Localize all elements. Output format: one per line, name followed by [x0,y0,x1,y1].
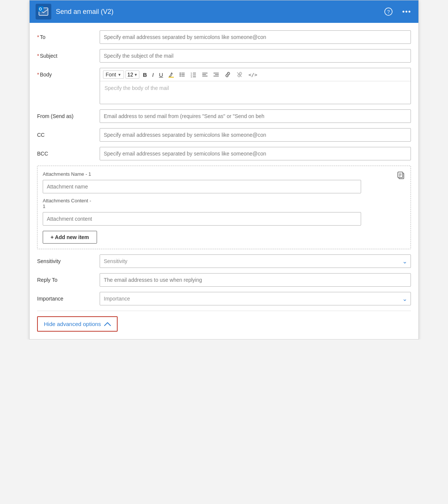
body-toolbar: Font ▼ 12 ▼ B I U [100,68,411,81]
body-content-area[interactable]: Specify the body of the mail [100,81,411,104]
importance-row: Importance Importance Normal Low High ⌄ [37,292,411,305]
underline-button[interactable]: U [157,71,165,79]
svg-text:?: ? [387,9,390,15]
email-card: O Send an email (V2) ? [29,0,419,339]
numbered-list-button[interactable]: 1.2.3. [189,71,199,78]
align-right-button[interactable] [211,71,221,78]
card-title: Send an email (V2) [56,8,378,16]
font-size-dropdown-icon: ▼ [134,73,138,77]
to-required-star: * [37,34,39,40]
add-item-label: + Add new item [51,234,89,240]
font-size-value: 12 [127,72,133,78]
highlight-button[interactable] [166,71,176,78]
form-body: *To *Subject *Body Font ▼ [30,23,418,339]
svg-point-7 [406,11,408,13]
subject-label: *Subject [37,49,95,59]
align-left-button[interactable] [200,71,210,78]
bcc-row: BCC [37,147,411,160]
body-row: *Body Font ▼ 12 ▼ B I U [37,68,411,104]
more-options-button[interactable] [400,6,412,18]
font-dropdown-icon: ▼ [118,73,121,77]
unlink-button[interactable] [234,71,245,78]
subject-row: *Subject [37,49,411,63]
svg-point-10 [180,73,181,74]
subject-input[interactable] [100,49,411,63]
attachments-section: Attachments Name - 1 Attachments Content… [37,166,411,249]
help-button[interactable]: ? [382,6,394,18]
subject-required-star: * [37,53,39,59]
body-editor: Font ▼ 12 ▼ B I U [100,68,411,104]
app-icon: O [36,4,51,19]
header-actions: ? [382,6,412,18]
card-header: O Send an email (V2) ? [30,0,418,23]
hide-advanced-options-button[interactable]: Hide advanced options [37,316,118,332]
from-input[interactable] [100,109,411,123]
sensitivity-select[interactable]: Sensitivity Normal Personal Private Conf… [100,254,411,268]
clone-icon[interactable] [397,171,405,181]
font-selector[interactable]: Font ▼ [103,70,124,79]
svg-point-12 [180,74,181,75]
reply-to-label: Reply To [37,273,95,283]
bcc-input[interactable] [100,147,411,160]
attachment-name-input[interactable] [43,180,361,193]
attachment-content-input[interactable] [43,212,361,226]
to-row: *To [37,30,411,44]
hide-advanced-label: Hide advanced options [44,321,101,327]
font-size-selector[interactable]: 12 ▼ [125,70,139,79]
svg-point-14 [180,76,181,77]
attachments-content-label: Attachments Content - 1 [43,198,405,209]
chevron-up-icon [104,322,111,326]
sensitivity-select-wrapper: Sensitivity Normal Personal Private Conf… [100,254,411,268]
importance-label: Importance [37,292,95,302]
svg-text:3.: 3. [191,76,193,78]
reply-to-row: Reply To [37,273,411,287]
importance-select[interactable]: Importance Normal Low High [100,292,411,305]
cc-input[interactable] [100,128,411,142]
to-label: *To [37,30,95,40]
from-label: From (Send as) [37,109,95,119]
body-required-star: * [37,72,39,78]
importance-select-wrapper: Importance Normal Low High ⌄ [100,292,411,305]
bcc-label: BCC [37,147,95,157]
bullet-list-button[interactable] [178,71,187,78]
reply-to-input[interactable] [100,273,411,287]
body-label: *Body [37,68,95,78]
font-label: Font [106,72,116,78]
cc-label: CC [37,128,95,138]
italic-button[interactable]: I [150,71,155,79]
bold-button[interactable]: B [141,71,149,79]
divider [37,311,411,311]
svg-text:O: O [39,7,42,11]
attachments-name-label: Attachments Name - 1 [43,171,405,177]
from-row: From (Send as) [37,109,411,123]
to-input[interactable] [100,30,411,44]
body-placeholder: Specify the body of the mail [105,85,169,91]
sensitivity-label: Sensitivity [37,254,95,264]
svg-point-6 [403,11,405,13]
link-button[interactable] [223,71,233,78]
add-item-button[interactable]: + Add new item [43,231,97,244]
cc-row: CC [37,128,411,142]
svg-point-8 [409,11,411,13]
code-button[interactable]: </> [246,71,259,78]
sensitivity-row: Sensitivity Sensitivity Normal Personal … [37,254,411,268]
